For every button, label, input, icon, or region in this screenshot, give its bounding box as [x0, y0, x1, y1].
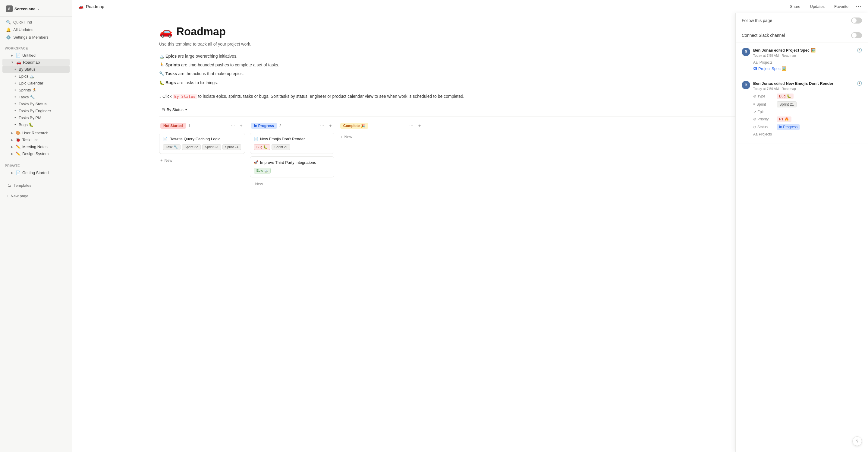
- bullet-icon: •: [14, 74, 17, 79]
- page-icon: 📄: [16, 53, 21, 58]
- column-add-button[interactable]: +: [328, 122, 333, 129]
- sidebar-item-label: Epic Calendar: [19, 81, 43, 85]
- card-tag-task: Task 🔧: [163, 144, 181, 150]
- prop-status-value: In Progress: [777, 124, 800, 130]
- page-icon: 🚗: [16, 60, 21, 64]
- sidebar-item-bugs[interactable]: • Bugs 🐛: [2, 121, 70, 128]
- prop-sprint: ≡ Sprint Sprint 21: [753, 102, 862, 107]
- update-body-2: ⊙ Type Bug 🐛 ≡ Sprint Sprint 21 ↗ Epic ⊙…: [753, 93, 862, 136]
- update-action-2: edited: [774, 81, 786, 86]
- chevron-right-icon: ▶: [11, 54, 13, 57]
- sidebar-item-tasks-by-engineer[interactable]: • Tasks By Engineer: [2, 107, 70, 114]
- add-new-label: New: [255, 182, 263, 186]
- sprints-emoji: 🏃: [159, 62, 164, 67]
- share-button[interactable]: Share: [787, 3, 803, 10]
- epics-keyword: Epics: [165, 54, 177, 59]
- sidebar-item-design-system[interactable]: ▶ ✏️ Design System: [2, 150, 70, 157]
- sidebar-item-templates[interactable]: 🗂 Templates: [6, 182, 66, 189]
- page-title-icon: 🚗: [159, 25, 173, 38]
- board-view-button[interactable]: ⊞ By Status ▾: [159, 106, 189, 113]
- sidebar-item-label: Tasks 🔧: [19, 95, 35, 99]
- follow-toggle[interactable]: [851, 18, 862, 24]
- sidebar-item-quick-find[interactable]: 🔍 Quick Find: [2, 19, 70, 26]
- new-page-button[interactable]: + New page: [2, 192, 70, 200]
- sidebar-item-all-updates[interactable]: 🔔 All Updates: [2, 26, 70, 33]
- add-new-not-started[interactable]: + New: [159, 156, 245, 165]
- clock-icon-1[interactable]: 🕐: [857, 48, 862, 53]
- update-meta-1: Ben Jonas edited Project Spec 🖼️ Today a…: [753, 48, 854, 57]
- column-in-progress: In Progress 2 ··· + 📄 New Emojis Don't R…: [250, 122, 334, 188]
- prop-projects: Aa Projects: [753, 132, 862, 136]
- topbar-left: 🚗 Roadmap: [79, 4, 104, 9]
- card-rocket-icon: 🚀: [254, 160, 258, 165]
- chevron-right-icon: ▶: [11, 131, 13, 135]
- plus-icon: +: [160, 158, 163, 163]
- card-new-emojis[interactable]: 📄 New Emojis Don't Render Bug 🐛 Sprint 2…: [250, 133, 334, 154]
- clock-icon-2[interactable]: 🕐: [857, 81, 862, 86]
- card-rewrite-query[interactable]: 📄 Rewrite Query Caching Logic Task 🔧 Spr…: [159, 133, 245, 154]
- updates-button[interactable]: Updates: [808, 3, 827, 10]
- sidebar-item-by-status[interactable]: • By Status: [2, 66, 70, 73]
- favorite-button[interactable]: Favorite: [832, 3, 851, 10]
- workspace-icon: S: [6, 5, 13, 12]
- chevron-right-icon: ▶: [11, 171, 13, 174]
- card-title: 📄 Rewrite Query Caching Logic: [163, 137, 241, 141]
- column-count-not-started: 1: [188, 124, 190, 128]
- sidebar-item-user-research[interactable]: ▶ 🎨 User Research: [2, 130, 70, 136]
- sidebar-item-getting-started[interactable]: ▶ 📄 Getting Started: [2, 169, 70, 176]
- sidebar-item-label: Tasks By Status: [19, 102, 46, 106]
- update-header-2: B Ben Jonas edited New Emojis Don't Rend…: [742, 81, 862, 90]
- prop-sprint-icon: ≡: [753, 102, 755, 107]
- more-options-button[interactable]: ···: [856, 3, 862, 10]
- column-not-started: Not Started 1 ··· + 📄 Rewrite Query Cach…: [159, 122, 245, 188]
- update-body-1: Aa Projects 🖼 Project Spec 🖼️: [753, 60, 862, 71]
- bugs-keyword: Bugs: [165, 80, 176, 85]
- column-add-button[interactable]: +: [239, 122, 244, 129]
- cta-link[interactable]: By Status: [173, 94, 197, 99]
- update-section-1: Aa Projects: [753, 60, 862, 64]
- card-title-text: Improve Third Party Integrations: [260, 160, 316, 165]
- add-new-in-progress[interactable]: + New: [250, 180, 334, 188]
- column-actions-not-started: ··· +: [230, 122, 244, 129]
- sidebar-item-label: User Research: [22, 131, 49, 135]
- help-button[interactable]: ?: [852, 436, 862, 446]
- add-new-complete[interactable]: + New: [339, 133, 424, 141]
- sidebar-item-epic-calendar[interactable]: • Epic Calendar: [2, 80, 70, 87]
- workspace-label: Screenlane: [14, 7, 35, 11]
- sidebar-item-epics[interactable]: • Epics 🏔️: [2, 73, 70, 80]
- card-title: 🚀 Improve Third Party Integrations: [254, 160, 330, 165]
- sidebar-item-tasks-by-pm[interactable]: • Tasks By PM: [2, 114, 70, 121]
- prop-projects-label: Aa Projects: [753, 132, 774, 136]
- status-badge-not-started: Not Started: [160, 123, 186, 129]
- project-spec-link[interactable]: 🖼 Project Spec 🖼️: [753, 66, 862, 71]
- column-add-button[interactable]: +: [417, 122, 422, 129]
- sidebar-item-roadmap[interactable]: ▼ 🚗 Roadmap: [2, 59, 70, 66]
- topbar: 🚗 Roadmap Share Updates Favorite ···: [72, 0, 868, 13]
- sidebar-item-task-list[interactable]: ▶ 🐞 Task List: [2, 136, 70, 143]
- slack-toggle[interactable]: [851, 32, 862, 38]
- column-more-button[interactable]: ···: [408, 122, 414, 129]
- card-tag-sprint21: Sprint 21: [272, 144, 290, 150]
- card-tags: Epic 🏔️: [254, 168, 330, 173]
- prop-sprint-value: Sprint 21: [777, 102, 797, 107]
- card-tags: Task 🔧 Sprint 22 Sprint 23 Sprint 24: [163, 144, 241, 150]
- card-improve-third-party[interactable]: 🚀 Improve Third Party Integrations Epic …: [250, 156, 334, 177]
- prop-epic: ↗ Epic: [753, 110, 862, 114]
- chevron-right-icon: ▶: [11, 152, 13, 156]
- column-more-button[interactable]: ···: [230, 122, 236, 129]
- column-more-button[interactable]: ···: [319, 122, 325, 129]
- bell-icon: 🔔: [6, 27, 11, 32]
- board-view-icon: ⊞: [161, 107, 165, 112]
- sidebar-item-meeting-notes[interactable]: ▶ ✏️ Meeting Notes: [2, 143, 70, 150]
- sidebar-item-sprints[interactable]: • Sprints 🏃: [2, 87, 70, 93]
- sidebar-item-tasks-by-status[interactable]: • Tasks By Status: [2, 101, 70, 107]
- workspace-chevron-icon: ⌄: [37, 7, 40, 11]
- sidebar-item-settings[interactable]: ⚙️ Settings & Members: [2, 33, 70, 41]
- sidebar-item-label: Sprints 🏃: [19, 88, 37, 92]
- follow-label: Follow this page: [742, 18, 772, 23]
- sidebar-item-untitled[interactable]: ▶ 📄 Untitled: [2, 52, 70, 59]
- card-title-text: Rewrite Query Caching Logic: [169, 137, 220, 141]
- sidebar-item-tasks[interactable]: • Tasks 🔧: [2, 93, 70, 101]
- sidebar-nav-label: Settings & Members: [13, 35, 49, 39]
- workspace-name[interactable]: S Screenlane ⌄: [4, 4, 68, 14]
